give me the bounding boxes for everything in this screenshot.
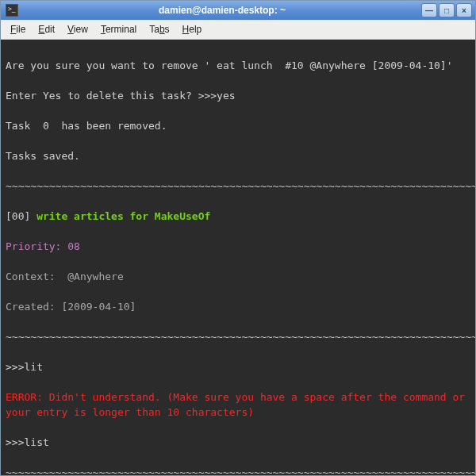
titlebar[interactable]: damien@damien-desktop: ~ — □ × xyxy=(1,1,475,20)
maximize-button[interactable]: □ xyxy=(439,3,455,17)
menu-file[interactable]: File xyxy=(6,22,30,36)
context-label: Context: xyxy=(6,271,56,282)
menu-edit[interactable]: Edit xyxy=(33,22,60,36)
separator: ~~~~~~~~~~~~~~~~~~~~~~~~~~~~~~~~~~~~~~~~… xyxy=(6,465,470,475)
close-button[interactable]: × xyxy=(456,3,472,17)
cmd-line-1: >>>lit xyxy=(6,359,470,374)
menu-help[interactable]: Help xyxy=(178,22,207,36)
cmd-line-2: >>>list xyxy=(6,435,470,450)
context-line: Context: @Anywhere xyxy=(6,269,470,284)
menu-terminal[interactable]: Terminal xyxy=(96,22,141,36)
confirm-line: Are you sure you want to remove ' eat lu… xyxy=(6,58,470,73)
app-icon xyxy=(6,4,18,17)
window-buttons: — □ × xyxy=(421,3,472,17)
task-header: [00] write articles for MakeUseOf xyxy=(6,209,470,224)
cmd-text: lit xyxy=(24,361,42,373)
separator: ~~~~~~~~~~~~~~~~~~~~~~~~~~~~~~~~~~~~~~~~… xyxy=(6,329,470,344)
terminal-output[interactable]: Are you sure you want to remove ' eat lu… xyxy=(1,40,475,475)
removed-line: Task 0 has been removed. xyxy=(6,118,470,133)
terminal-window: damien@damien-desktop: ~ — □ × File Edit… xyxy=(0,0,476,476)
saved-line: Tasks saved. xyxy=(6,148,470,163)
priority-value: 08 xyxy=(67,240,80,252)
priority-line: Priority: 08 xyxy=(6,239,470,254)
task-title: write articles for MakeUseOf xyxy=(36,210,210,222)
minimize-button[interactable]: — xyxy=(421,3,437,17)
created-value: [2009-04-10] xyxy=(56,301,136,313)
context-value: @Anywhere xyxy=(56,271,124,282)
window-title: damien@damien-desktop: ~ xyxy=(23,5,421,16)
created-label: Created: xyxy=(6,301,56,313)
delete-prompt-line: Enter Yes to delete this task? >>>yes xyxy=(6,88,470,103)
prompt-icon: >>> xyxy=(6,436,24,448)
created-line: Created: [2009-04-10] xyxy=(6,299,470,314)
cmd-text: list xyxy=(24,436,48,448)
priority-label: Priority: xyxy=(6,240,67,252)
prompt-icon: >>> xyxy=(6,361,24,373)
menu-view[interactable]: View xyxy=(63,22,93,36)
menu-tabs[interactable]: Tabs xyxy=(144,22,174,36)
separator: ~~~~~~~~~~~~~~~~~~~~~~~~~~~~~~~~~~~~~~~~… xyxy=(6,178,470,194)
menubar: File Edit View Terminal Tabs Help xyxy=(1,20,475,40)
error-line: ERROR: Didn't understand. (Make sure you… xyxy=(6,390,470,420)
task-index: [00] xyxy=(6,210,36,222)
